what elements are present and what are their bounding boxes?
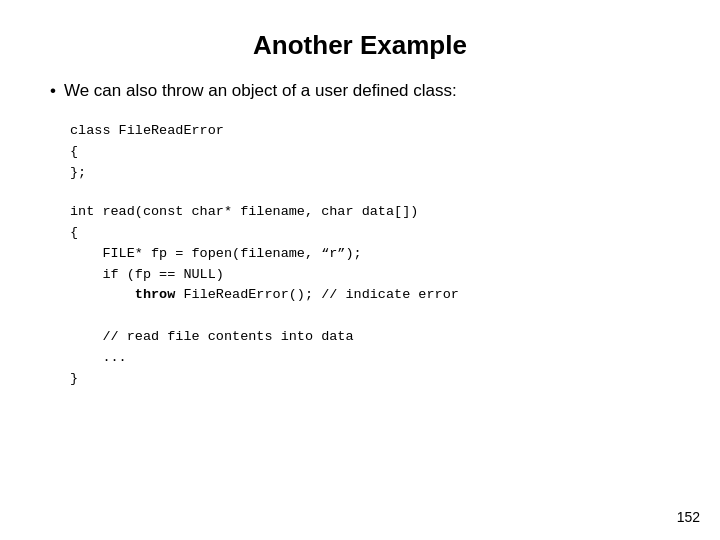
- slide: Another Example • We can also throw an o…: [0, 0, 720, 540]
- keyword-throw: throw: [135, 287, 176, 302]
- bullet-point: • We can also throw an object of a user …: [50, 81, 670, 101]
- code-line: class FileReadError: [70, 121, 670, 142]
- code-line: // read file contents into data: [70, 327, 670, 348]
- slide-title: Another Example: [50, 30, 670, 61]
- code-line: ...: [70, 348, 670, 369]
- code-line: FILE* fp = fopen(filename, “r”);: [70, 244, 670, 265]
- code-block-1: class FileReadError { };: [70, 121, 670, 184]
- code-line: }: [70, 369, 670, 390]
- code-line: };: [70, 163, 670, 184]
- bullet-dot: •: [50, 81, 56, 101]
- code-line: throw FileReadError(); // indicate error: [70, 285, 670, 306]
- page-number: 152: [677, 509, 700, 525]
- code-line: [70, 306, 670, 327]
- code-line: int read(const char* filename, char data…: [70, 202, 670, 223]
- bullet-text: We can also throw an object of a user de…: [64, 81, 457, 101]
- code-block-2: int read(const char* filename, char data…: [70, 202, 670, 390]
- code-line: {: [70, 142, 670, 163]
- code-line: {: [70, 223, 670, 244]
- code-line: if (fp == NULL): [70, 265, 670, 286]
